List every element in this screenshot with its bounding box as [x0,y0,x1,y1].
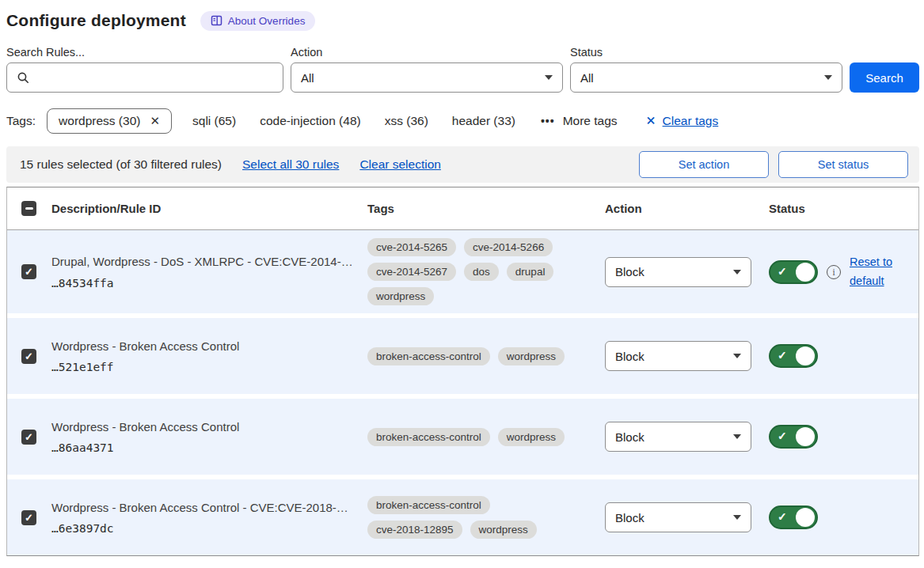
tag-pill: cve-2018-12895 [367,521,462,539]
table-row: ✓ Wordpress - Broken Access Control - CV… [7,479,918,555]
row-description: Wordpress - Broken Access Control - CVE:… [51,500,355,516]
action-select[interactable]: Block [605,502,751,532]
row-description: Wordpress - Broken Access Control [51,419,355,435]
clear-tags-link[interactable]: ✕ Clear tags [646,114,719,128]
action-select-value: Block [615,511,645,524]
description-cell: Wordpress - Broken Access Control - CVE:… [51,500,367,536]
search-rules-field[interactable] [6,62,283,93]
reset-to-default-link[interactable]: Reset to default [850,253,900,290]
action-select[interactable]: Block [605,257,751,287]
clear-tags-label: Clear tags [663,114,719,128]
action-select-value: Block [615,350,645,363]
row-checkbox-cell: ✓ [7,349,51,364]
about-overrides-badge[interactable]: About Overrides [200,11,316,31]
tag-pill: broken-access-control [367,496,490,514]
remove-tag-icon[interactable]: ✕ [150,114,160,128]
select-all-checkbox[interactable] [21,201,36,216]
row-checkbox-cell: ✓ [7,430,51,445]
status-toggle[interactable]: ✓ [769,344,818,368]
check-icon: ✓ [25,267,33,277]
column-header-description: Description/Rule ID [51,202,367,215]
table-row: ✓ Wordpress - Broken Access Control …521… [7,318,918,394]
set-action-button[interactable]: Set action [639,151,769,178]
toggle-knob [796,427,815,446]
search-button[interactable]: Search [850,62,919,93]
action-cell: Block [605,341,769,371]
description-cell: Drupal, Wordpress - DoS - XMLRPC - CVE:C… [51,254,367,290]
status-toggle[interactable]: ✓ [769,506,818,529]
status-cell: ✓ [769,344,918,368]
chevron-down-icon [545,75,553,80]
select-all-rules-link[interactable]: Select all 30 rules [242,157,339,172]
row-checkbox-cell: ✓ [7,510,51,525]
action-filter-group: Action All [291,46,563,93]
chevron-down-icon [733,434,741,439]
row-tags: broken-access-controlwordpress [367,428,605,446]
search-icon [17,71,30,85]
status-filter-select[interactable]: All [570,62,842,93]
check-icon: ✓ [778,430,787,442]
status-filter-group: Status All [570,46,842,93]
row-checkbox[interactable]: ✓ [21,349,36,364]
check-icon: ✓ [778,510,787,523]
row-checkbox[interactable]: ✓ [21,430,36,445]
column-header-status: Status [769,202,918,215]
status-filter-label: Status [570,46,842,59]
selected-tag-label: wordpress (30) [59,114,140,128]
toggle-knob [796,263,815,282]
toggle-knob [796,346,815,365]
status-toggle[interactable]: ✓ [769,260,818,284]
tag-pill: drupal [507,263,554,281]
status-cell: ✓ [769,506,918,529]
description-cell: Wordpress - Broken Access Control …521e1… [51,339,367,374]
bulk-action-buttons: Set action Set status [639,151,908,178]
clear-selection-link[interactable]: Clear selection [359,157,441,172]
tag-pill: wordpress [367,287,434,305]
info-icon[interactable]: i [827,265,841,279]
tag-pill: broken-access-control [367,428,490,446]
clear-icon: ✕ [646,114,656,128]
page-header: Configure deployment About Overrides [6,8,919,33]
page-title: Configure deployment [6,11,186,30]
book-icon [211,15,222,26]
row-checkbox-cell: ✓ [7,264,51,279]
selected-tag-wordpress[interactable]: wordpress (30) ✕ [47,108,172,134]
tag-pill: dos [464,263,499,281]
tag-filter[interactable]: code-injection (48) [260,114,361,128]
action-filter-select[interactable]: All [291,62,563,93]
more-tags-button[interactable]: ••• More tags [541,114,618,128]
set-status-button[interactable]: Set status [778,151,908,178]
table-body: ✓ Drupal, Wordpress - DoS - XMLRPC - CVE… [7,230,918,555]
rule-id: …84534ffa [51,277,355,290]
row-checkbox[interactable]: ✓ [21,510,36,525]
check-icon: ✓ [778,349,787,362]
chevron-down-icon [824,75,832,80]
action-cell: Block [605,422,769,452]
tag-pill: wordpress [470,521,537,539]
search-rules-label: Search Rules... [6,46,283,59]
tag-pill: wordpress [498,428,565,446]
column-header-tags: Tags [367,202,605,215]
status-toggle[interactable]: ✓ [769,425,818,449]
chevron-down-icon [733,354,741,358]
action-cell: Block [605,502,769,532]
tag-filter[interactable]: xss (36) [385,114,428,128]
column-header-action: Action [605,202,769,215]
tag-filter[interactable]: header (33) [452,114,515,128]
more-tags-label: More tags [563,114,618,128]
action-select[interactable]: Block [605,341,751,371]
check-icon: ✓ [25,432,33,442]
tag-pill: wordpress [498,347,565,365]
tag-filter[interactable]: sqli (65) [192,114,236,128]
search-rules-group: Search Rules... [6,46,283,93]
status-cell: ✓ [769,425,918,449]
ellipsis-icon: ••• [541,115,555,127]
table-row: ✓ Drupal, Wordpress - DoS - XMLRPC - CVE… [7,230,918,313]
search-rules-input[interactable] [36,71,273,85]
rules-table: Description/Rule ID Tags Action Status ✓… [6,187,919,556]
check-icon: ✓ [778,265,787,278]
status-filter-value: All [580,71,594,85]
row-checkbox[interactable]: ✓ [21,264,36,279]
action-select[interactable]: Block [605,422,751,452]
tags-bar: Tags: wordpress (30) ✕ sqli (65)code-inj… [6,108,919,134]
